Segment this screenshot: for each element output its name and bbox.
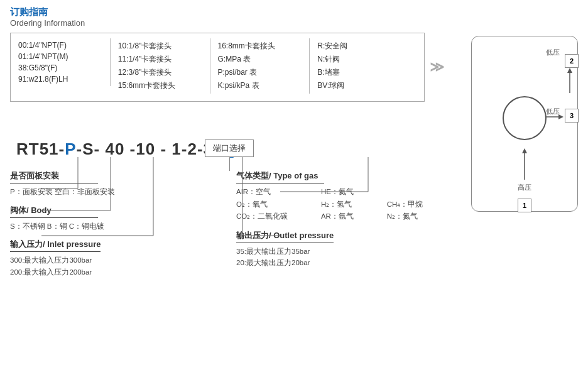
info-item: 12:3/8"卡套接头 (118, 67, 202, 78)
main-content: 00:1/4"NPT(F) 01:1/4"NPT(M) 38:G5/8"(F) … (10, 33, 578, 284)
info-item: B:堵塞 (317, 67, 401, 78)
arrow-up-svg (566, 68, 574, 93)
port2-label: 2 (570, 57, 574, 65)
info-col-2: 10:1/8"卡套接头 11:1/4"卡套接头 12:3/8"卡套接头 15:6… (118, 38, 210, 94)
right-col: 2 低压 3 低压 (465, 33, 578, 284)
info-item: G:MPa 表 (218, 54, 302, 65)
info-item: 01:1/4"NPT(M) (18, 52, 102, 61)
info-col-1: 00:1/4"NPT(F) 01:1/4"NPT(M) 38:G5/8"(F) … (18, 38, 111, 86)
svg-marker-15 (522, 148, 527, 153)
info-item: 38:G5/8"(F) (18, 63, 102, 72)
info-item: P:psi/bar 表 (218, 67, 302, 78)
info-item: R:安全阀 (317, 41, 401, 52)
port2-box: 2 (565, 54, 579, 68)
high-pressure-label: 高压 (518, 183, 531, 192)
svg-marker-13 (558, 114, 564, 119)
regulator-diagram: 2 低压 3 低压 (471, 36, 578, 212)
info-item: 10:1/8"卡套接头 (118, 41, 202, 52)
port1-box: 1 (518, 199, 531, 212)
reg-circle (503, 96, 547, 140)
page-container: 订购指南 Ordering Information 00:1/4"NPT(F) … (0, 0, 588, 377)
info-item: 00:1/4"NPT(F) (18, 41, 102, 50)
arrow-up-high-svg (521, 148, 528, 180)
info-box: 00:1/4"NPT(F) 01:1/4"NPT(M) 38:G5/8"(F) … (10, 33, 425, 102)
port3-label: 3 (570, 112, 574, 119)
info-item: N:针阀 (317, 54, 401, 65)
info-item: 91:w21.8(F)LH (18, 75, 102, 84)
regulator-wrapper: 2 低压 3 低压 (465, 33, 578, 212)
info-item: BV:球阀 (317, 80, 401, 91)
info-item: 16:8mm卡套接头 (218, 41, 302, 52)
info-item: K:psi/kPa 表 (218, 80, 302, 91)
info-item: 15:6mm卡套接头 (118, 80, 202, 91)
left-section: 00:1/4"NPT(F) 01:1/4"NPT(M) 38:G5/8"(F) … (10, 33, 465, 284)
svg-marker-11 (567, 68, 572, 73)
double-arrow-icon: ≫ (430, 59, 444, 75)
info-col-4: R:安全阀 N:针阀 B:堵塞 BV:球阀 (317, 38, 409, 94)
port1-label: 1 (523, 202, 526, 209)
low-pressure-top-label: 低压 (546, 48, 560, 57)
header-english: Ordering Information (10, 18, 578, 28)
info-col-3: 16:8mm卡套接头 G:MPa 表 P:psi/bar 表 K:psi/kPa… (218, 38, 310, 94)
header: 订购指南 Ordering Information (10, 6, 578, 28)
info-item: 11:1/4"卡套接头 (118, 54, 202, 65)
port3-box: 3 (565, 109, 579, 123)
connector-lines-svg (10, 151, 437, 302)
header-chinese: 订购指南 (10, 6, 578, 18)
